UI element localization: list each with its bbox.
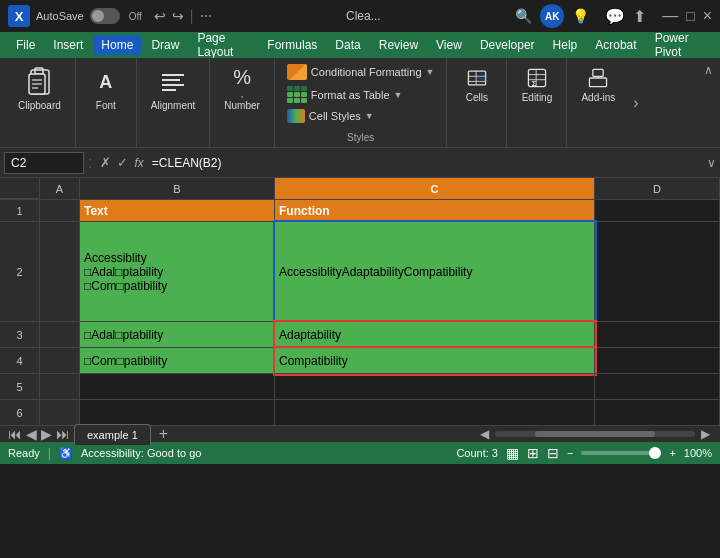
view-page-layout-icon[interactable]: ⊞ (527, 445, 539, 461)
accessibility-icon[interactable]: ♿ (59, 447, 73, 460)
cell-a4[interactable] (40, 348, 80, 374)
font-button[interactable]: A Font (84, 62, 128, 115)
more-toolbar-icon[interactable]: ⋯ (200, 9, 212, 23)
scroll-left-btn[interactable]: ◀ (480, 427, 489, 441)
confirm-formula-icon[interactable]: ✓ (117, 155, 128, 170)
cell-c1[interactable]: Function (275, 200, 595, 222)
zoom-slider[interactable] (581, 451, 661, 455)
cell-d3[interactable] (595, 322, 720, 348)
zoom-label: 100% (684, 447, 712, 459)
redo-icon[interactable]: ↪ (172, 8, 184, 24)
view-page-break-icon[interactable]: ⊟ (547, 445, 559, 461)
cell-d1[interactable] (595, 200, 720, 222)
search-icon[interactable]: 🔍 (515, 8, 532, 24)
col-header-c[interactable]: C (275, 178, 595, 199)
addins-button[interactable]: Add-ins (575, 62, 621, 107)
formula-expand-button[interactable]: ∨ (707, 156, 716, 170)
cell-c6[interactable] (275, 400, 595, 426)
format-as-table-button[interactable]: Format as Table ▼ (283, 84, 439, 105)
col-header-a[interactable]: A (40, 178, 80, 199)
name-box[interactable]: C2 (4, 152, 84, 174)
cell-a2[interactable] (40, 222, 80, 322)
undo-icon[interactable]: ↩ (154, 8, 166, 24)
menu-acrobat[interactable]: Acrobat (587, 35, 644, 55)
add-sheet-button[interactable]: + (151, 423, 176, 445)
close-btn[interactable]: × (703, 7, 712, 25)
zoom-out-btn[interactable]: − (567, 447, 573, 459)
minimize-btn[interactable]: — (662, 7, 678, 25)
cell-a6[interactable] (40, 400, 80, 426)
tab-nav-first[interactable]: ⏮ (8, 426, 22, 442)
menu-insert[interactable]: Insert (45, 35, 91, 55)
zoom-in-btn[interactable]: + (669, 447, 675, 459)
cells-button[interactable]: Cells (459, 62, 495, 107)
horizontal-scrollbar[interactable] (495, 431, 695, 437)
cell-b6[interactable] (80, 400, 275, 426)
ready-label: Ready (8, 447, 40, 459)
undo-redo-divider: | (190, 8, 194, 24)
format-as-table-icon (287, 86, 307, 103)
row-header-1[interactable]: 1 (0, 200, 40, 222)
view-normal-icon[interactable]: ▦ (506, 445, 519, 461)
menu-data[interactable]: Data (327, 35, 368, 55)
sheet-tab-example1[interactable]: example 1 (74, 424, 151, 445)
row-header-4[interactable]: 4 (0, 348, 40, 374)
cell-styles-button[interactable]: Cell Styles ▼ (283, 107, 439, 125)
cell-b3[interactable]: □Adal□ptability (80, 322, 275, 348)
cell-d5[interactable] (595, 374, 720, 400)
formula-bar-separator: : (88, 154, 92, 172)
ribbon-collapse-button[interactable]: ∧ (700, 62, 716, 78)
menu-view[interactable]: View (428, 35, 470, 55)
alignment-button[interactable]: Alignment (145, 62, 201, 115)
tab-nav-last[interactable]: ⏭ (56, 426, 70, 442)
formula-input[interactable] (152, 156, 703, 170)
menu-page-layout[interactable]: Page Layout (189, 28, 257, 62)
row-header-6[interactable]: 6 (0, 400, 40, 426)
status-divider: | (48, 446, 51, 460)
cell-b4[interactable]: □Com□patibility (80, 348, 275, 374)
conditional-formatting-button[interactable]: Conditional Formatting ▼ (283, 62, 439, 82)
editing-button[interactable]: Σ Editing (516, 62, 559, 107)
cell-a3[interactable] (40, 322, 80, 348)
toggle-state-label: Off (129, 11, 142, 22)
chat-icon[interactable]: 💬 (605, 7, 625, 26)
cell-b2[interactable]: Accessiblity □Adal□ptability □Com□patibi… (80, 222, 275, 322)
col-header-b[interactable]: B (80, 178, 275, 199)
maximize-btn[interactable]: □ (686, 8, 694, 24)
col-header-d[interactable]: D (595, 178, 720, 199)
share-icon[interactable]: ⬆ (633, 7, 646, 26)
autosave-toggle[interactable] (90, 8, 120, 24)
clipboard-button[interactable]: Clipboard (12, 62, 67, 115)
cell-d2[interactable] (595, 222, 720, 322)
tab-nav-prev[interactable]: ◀ (26, 426, 37, 442)
cell-c5[interactable] (275, 374, 595, 400)
avatar[interactable]: AK (540, 4, 564, 28)
menu-formulas[interactable]: Formulas (259, 35, 325, 55)
row-header-5[interactable]: 5 (0, 374, 40, 400)
menu-file[interactable]: File (8, 35, 43, 55)
cell-a1[interactable] (40, 200, 80, 222)
cell-d6[interactable] (595, 400, 720, 426)
cell-c4[interactable]: Compatibility (275, 348, 595, 374)
menu-powerpivot[interactable]: Power Pivot (647, 28, 712, 62)
number-button[interactable]: % , Number (218, 62, 266, 115)
menu-draw[interactable]: Draw (143, 35, 187, 55)
cell-c3[interactable]: Adaptability (275, 322, 595, 348)
scroll-right-btn[interactable]: ▶ (701, 427, 710, 441)
row-header-3[interactable]: 3 (0, 322, 40, 348)
menu-review[interactable]: Review (371, 35, 426, 55)
cell-d4[interactable] (595, 348, 720, 374)
cell-b1[interactable]: Text (80, 200, 275, 222)
cell-c2[interactable]: AccessiblityAdaptabilityCompatibility (275, 222, 595, 322)
menu-help[interactable]: Help (545, 35, 586, 55)
tab-nav-next[interactable]: ▶ (41, 426, 52, 442)
ribbon-more-button[interactable]: › (629, 94, 642, 112)
cell-b5[interactable] (80, 374, 275, 400)
cancel-formula-icon[interactable]: ✗ (100, 155, 111, 170)
row-header-2[interactable]: 2 (0, 222, 40, 322)
menu-developer[interactable]: Developer (472, 35, 543, 55)
select-all-corner[interactable] (0, 178, 40, 199)
menu-home[interactable]: Home (93, 35, 141, 55)
lightbulb-icon[interactable]: 💡 (572, 8, 589, 24)
cell-a5[interactable] (40, 374, 80, 400)
